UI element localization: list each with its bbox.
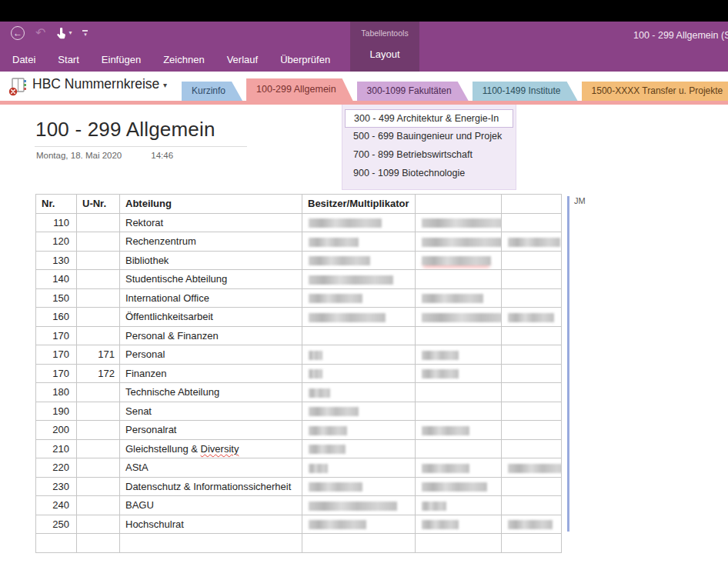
- cell-unr[interactable]: [77, 288, 120, 308]
- cell-nr[interactable]: 230: [36, 477, 77, 496]
- cell-nr[interactable]: 190: [36, 402, 77, 421]
- redacted-cell[interactable]: [502, 345, 562, 365]
- redacted-cell[interactable]: [416, 364, 502, 383]
- cell-unr[interactable]: [77, 515, 120, 534]
- redacted-cell[interactable]: [416, 251, 502, 270]
- cell-abteilung[interactable]: Senat: [120, 402, 302, 421]
- cell-abteilung[interactable]: Gleichstellung & Diversity: [120, 439, 302, 458]
- cell-abteilung[interactable]: Bibliothek: [120, 251, 302, 270]
- redacted-cell[interactable]: [502, 270, 562, 289]
- notebook-name[interactable]: HBC Nummernkreise: [32, 76, 159, 92]
- page-dropdown-item[interactable]: 900 - 1099 Biotechnologie: [345, 165, 513, 183]
- cell-abteilung[interactable]: International Office: [120, 288, 302, 308]
- touch-mode-icon[interactable]: ▾: [56, 26, 72, 40]
- redacted-cell[interactable]: [416, 477, 502, 496]
- cell-abteilung[interactable]: Finanzen: [120, 364, 302, 383]
- redacted-cell[interactable]: [502, 421, 562, 440]
- redacted-cell[interactable]: [502, 232, 562, 252]
- cell-abteilung[interactable]: [120, 534, 302, 553]
- cell-abteilung[interactable]: Rechenzentrum: [120, 232, 302, 252]
- table-header-u-nr-[interactable]: U-Nr.: [77, 195, 120, 214]
- redacted-cell[interactable]: [416, 402, 502, 421]
- cell-nr[interactable]: 170: [36, 345, 77, 365]
- redacted-cell[interactable]: [302, 534, 416, 553]
- page-title[interactable]: 100 - 299 Allgemein: [35, 118, 215, 142]
- cell-unr[interactable]: [77, 477, 120, 496]
- cell-nr[interactable]: 130: [36, 251, 77, 270]
- cell-unr[interactable]: [77, 421, 120, 440]
- redacted-cell[interactable]: [302, 232, 416, 252]
- cell-abteilung[interactable]: AStA: [120, 458, 302, 478]
- ribbon-tab-datei[interactable]: Datei: [12, 54, 35, 65]
- table-header-abteilung[interactable]: Abteilung: [120, 195, 302, 214]
- redacted-cell[interactable]: [416, 232, 502, 252]
- cell-unr[interactable]: [77, 326, 120, 345]
- section-tab-1100-1499-institute[interactable]: 1100-1499 Institute: [473, 82, 578, 101]
- section-tab-300-1099-fakult-ten[interactable]: 300-1099 Fakultäten: [357, 82, 469, 101]
- redacted-cell[interactable]: [416, 383, 502, 402]
- redacted-cell[interactable]: [302, 458, 416, 478]
- cell-abteilung[interactable]: Rektorat: [120, 213, 302, 232]
- redacted-cell[interactable]: [502, 439, 562, 458]
- redacted-cell[interactable]: [502, 326, 562, 345]
- cell-nr[interactable]: [36, 534, 77, 553]
- redacted-cell[interactable]: [502, 477, 562, 496]
- ribbon-tab-start[interactable]: Start: [58, 54, 78, 65]
- cell-unr[interactable]: [77, 270, 120, 289]
- cell-unr[interactable]: [77, 251, 120, 270]
- redacted-cell[interactable]: [416, 439, 502, 458]
- cell-nr[interactable]: 250: [36, 515, 77, 534]
- redacted-cell[interactable]: [416, 345, 502, 365]
- cell-unr[interactable]: [77, 213, 120, 232]
- cell-unr[interactable]: [77, 232, 120, 252]
- redacted-cell[interactable]: [302, 288, 416, 308]
- redacted-cell[interactable]: [416, 270, 502, 289]
- table-header-besitzer-multiplikator[interactable]: Besitzer/Multiplikator: [302, 195, 416, 214]
- redacted-cell[interactable]: [302, 270, 416, 289]
- redacted-cell[interactable]: [302, 251, 416, 270]
- table-header-nr-[interactable]: Nr.: [36, 195, 77, 214]
- section-tab-kurzinfo[interactable]: Kurzinfo: [182, 82, 242, 101]
- notebook-dropdown-icon[interactable]: ▾: [163, 81, 167, 89]
- undo-icon[interactable]: ↶: [35, 26, 45, 40]
- redacted-cell[interactable]: [302, 477, 416, 496]
- redacted-cell[interactable]: [502, 496, 562, 515]
- ribbon-tab-layout[interactable]: Layout: [350, 48, 419, 60]
- section-tab-1500-xxxx-transfer-u-projekte[interactable]: 1500-XXXX Transfer u. Projekte: [582, 82, 728, 101]
- cell-unr[interactable]: [77, 383, 120, 402]
- cell-abteilung[interactable]: BAGU: [120, 496, 302, 515]
- redacted-cell[interactable]: [302, 364, 416, 383]
- redacted-cell[interactable]: [502, 534, 562, 553]
- redacted-cell[interactable]: [302, 345, 416, 365]
- cell-abteilung[interactable]: Personal & Finanzen: [120, 326, 302, 345]
- table-header-empty-5[interactable]: [502, 195, 562, 214]
- redacted-cell[interactable]: [502, 213, 562, 232]
- redacted-cell[interactable]: [502, 364, 562, 383]
- redacted-cell[interactable]: [302, 421, 416, 440]
- redacted-cell[interactable]: [502, 308, 562, 327]
- redacted-cell[interactable]: [502, 288, 562, 308]
- redacted-cell[interactable]: [302, 383, 416, 402]
- cell-abteilung[interactable]: Technische Abteilung: [120, 383, 302, 402]
- ribbon-tab-überprüfen[interactable]: Überprüfen: [280, 54, 330, 65]
- cell-unr[interactable]: [77, 402, 120, 421]
- cell-abteilung[interactable]: Hochschulrat: [120, 515, 302, 534]
- cell-nr[interactable]: 220: [36, 458, 77, 478]
- redacted-cell[interactable]: [302, 496, 416, 515]
- page-dropdown-item[interactable]: 700 - 899 Betriebswirtschaft: [345, 146, 513, 165]
- redacted-cell[interactable]: [502, 251, 562, 270]
- redacted-cell[interactable]: [302, 308, 416, 327]
- ribbon-tab-verlauf[interactable]: Verlauf: [227, 54, 258, 65]
- redacted-cell[interactable]: [302, 515, 416, 534]
- redacted-cell[interactable]: [416, 213, 502, 232]
- cell-abteilung[interactable]: Öffentlichkeitsarbeit: [120, 308, 302, 327]
- redacted-cell[interactable]: [416, 308, 502, 327]
- redacted-cell[interactable]: [416, 534, 502, 553]
- cell-nr[interactable]: 110: [36, 213, 77, 232]
- cell-nr[interactable]: 140: [36, 270, 77, 289]
- cell-unr[interactable]: [77, 496, 120, 515]
- number-ranges-table[interactable]: Nr.U-Nr.AbteilungBesitzer/Multiplikator …: [35, 194, 562, 553]
- redacted-cell[interactable]: [416, 496, 502, 515]
- section-tab-100-299-allgemein[interactable]: 100-299 Allgemein: [246, 78, 353, 101]
- redacted-cell[interactable]: [416, 458, 502, 478]
